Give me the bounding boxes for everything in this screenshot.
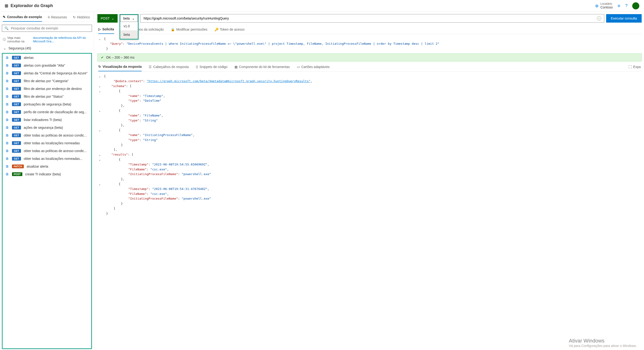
- query-item[interactable]: 🗎 GET obter todas as localizações nomead…: [2, 155, 91, 162]
- help-icon[interactable]: ?: [625, 3, 628, 8]
- query-item[interactable]: 🗎 POST create TI indicator (beta): [2, 170, 91, 178]
- chevron-down-icon: ⌄: [132, 17, 135, 20]
- method-badge: GET: [12, 56, 21, 60]
- request-tabs: ▷ Solicita ☰ Cabeçalhos da solicitação 🔒…: [98, 25, 642, 34]
- version-option-v1[interactable]: v1.0: [120, 22, 138, 30]
- method-badge: GET: [12, 95, 21, 98]
- query-item[interactable]: 🗎 GET ações de segurança (beta): [2, 124, 91, 131]
- document-icon: 🗎: [6, 157, 9, 161]
- tab-code-snippets[interactable]: ⟨⟩ Snippets de código: [196, 65, 228, 71]
- query-item[interactable]: 🗎 GET obter todas as políticas de acesso…: [2, 131, 91, 139]
- query-item[interactable]: 🗎 GET pontuações de segurança (beta): [2, 100, 91, 108]
- category-label: Segurança (45): [8, 46, 31, 50]
- search-icon: 🔍: [4, 26, 8, 30]
- method-label: POST: [101, 17, 110, 20]
- tenant-info[interactable]: ⊕ Locatário Contoso: [595, 2, 613, 10]
- toolkit-icon: ▦: [234, 65, 238, 69]
- document-icon: 🗎: [6, 133, 9, 137]
- tab-label: Modificar permissões: [176, 28, 207, 31]
- expand-button[interactable]: ⛶ Expa: [628, 65, 641, 71]
- query-item[interactable]: 🗎 GET filtro de alertas por "Categoria": [2, 77, 91, 85]
- search-input[interactable]: [11, 26, 90, 30]
- query-item[interactable]: 🗎 GET filtro de alertas por "Status": [2, 93, 91, 100]
- run-query-button[interactable]: Executar consulta: [606, 14, 642, 23]
- tab-response-preview[interactable]: ↻ Visualização da resposta: [98, 65, 142, 71]
- method-badge: PATCH: [12, 165, 24, 168]
- tab-access-token[interactable]: 🔑 Token de acesso: [214, 27, 244, 34]
- graph-logo-icon: ⊞: [5, 3, 8, 9]
- query-item[interactable]: 🗎 GET obter todas as localizações nomead…: [2, 139, 91, 147]
- query-item[interactable]: 🗎 GET perfis de controle de classificaçã…: [2, 108, 91, 116]
- document-icon: 🗎: [6, 56, 9, 60]
- query-label: alertas da "Central de Segurança do Azur…: [24, 71, 88, 75]
- json-value: "DeviceProcessEvents | where InitiatingP…: [126, 42, 439, 46]
- info-icon[interactable]: i: [597, 16, 601, 21]
- query-label: filtro de alertas por "Categoria": [24, 79, 68, 83]
- query-item[interactable]: 🗎 PATCH atualizar alerta: [2, 162, 91, 170]
- query-label: filtro de alertas por endereço de destin…: [24, 87, 82, 91]
- status-text: OK – 200 – 360 ms: [106, 56, 134, 59]
- status-bar: ✔ OK – 200 – 360 ms: [98, 54, 642, 62]
- tab-label: Componente do kit de ferramentas: [239, 65, 290, 69]
- search-input-wrap[interactable]: 🔍: [2, 25, 92, 32]
- chevron-down-icon: ⌄: [112, 17, 114, 20]
- method-badge: GET: [12, 141, 21, 145]
- settings-icon[interactable]: ⚙: [618, 4, 620, 8]
- tab-label: Cabeçalhos de resposta: [153, 65, 189, 69]
- method-badge: GET: [12, 71, 21, 75]
- method-select[interactable]: POST ⌄: [98, 14, 118, 23]
- user-avatar[interactable]: [632, 2, 639, 10]
- query-bar: POST ⌄ beta ⌄ v1.0 beta i Executar consu…: [98, 12, 642, 25]
- query-label: ações de segurança (beta): [24, 126, 63, 129]
- query-item[interactable]: 🗎 GET filtro de alertas por endereço de …: [2, 85, 91, 93]
- tab-adaptive-cards[interactable]: ▭ Cartões adaptáveis: [297, 65, 330, 71]
- tab-response-headers[interactable]: ☰ Cabeçalhos de resposta: [149, 65, 189, 71]
- page-title: ⊞ Explorador do Graph: [5, 3, 595, 9]
- fold-icon[interactable]: ⌄: [99, 37, 102, 42]
- method-badge: GET: [12, 79, 21, 83]
- tab-permissions[interactable]: 🔒 Modificar permissões: [171, 27, 207, 34]
- info-icon: ⓘ: [3, 38, 6, 42]
- tab-request-body[interactable]: ▷ Solicita: [98, 27, 114, 34]
- document-icon: 🗎: [6, 118, 9, 122]
- doc-prefix: Veja mais consultas na: [7, 36, 32, 43]
- app-header: ⊞ Explorador do Graph ⊕ Locatário Contos…: [0, 0, 644, 12]
- query-item[interactable]: 🗎 GET alertas: [2, 54, 91, 62]
- expand-icon: ⛶: [628, 65, 632, 69]
- code-icon: ⟨⟩: [196, 65, 198, 69]
- version-option-beta[interactable]: beta: [120, 30, 138, 39]
- query-item[interactable]: 🗎 GET alertas da "Central de Segurança d…: [2, 69, 91, 77]
- json-key: "Query": [110, 42, 123, 46]
- tab-history[interactable]: ↻ Histórico: [73, 15, 90, 22]
- document-icon: 🗎: [6, 94, 9, 98]
- version-label: beta: [123, 17, 130, 20]
- tenant-name: Contoso: [600, 6, 613, 10]
- response-body[interactable]: ⌄ { "@odata.context": "https://graph.mic…: [98, 72, 642, 350]
- version-select[interactable]: beta ⌄: [120, 15, 138, 22]
- doc-link[interactable]: documentação de referência da API do Mic…: [33, 36, 91, 43]
- document-icon: 🗎: [6, 110, 9, 114]
- query-item[interactable]: 🗎 GET listar indicadores TI (beta): [2, 116, 91, 124]
- check-icon: ✔: [101, 56, 104, 59]
- sidebar-tabs: ✎ Consultas de exemplo ⎘ Resources ↻ His…: [1, 12, 93, 22]
- query-label: alertas: [24, 56, 34, 60]
- query-label: obter todas as localizações nomeadas...: [24, 157, 82, 161]
- tab-toolkit[interactable]: ▦ Componente do kit de ferramentas: [234, 65, 290, 71]
- method-badge: GET: [12, 102, 21, 106]
- refresh-icon: ↻: [98, 65, 101, 69]
- query-item[interactable]: 🗎 GET alertas com gravidade "Alta": [2, 62, 91, 69]
- card-icon: ▭: [297, 65, 300, 69]
- url-input-wrap[interactable]: i: [140, 14, 604, 23]
- document-icon: 🗎: [6, 102, 9, 106]
- doc-link-row: ⓘ Veja mais consultas na documentação de…: [1, 35, 93, 45]
- tab-label: Histórico: [77, 15, 90, 19]
- request-body-editor[interactable]: ⌄ { "Query": "DeviceProcessEvents | wher…: [98, 34, 642, 54]
- tab-resources[interactable]: ⎘ Resources: [48, 15, 67, 22]
- tab-label: Visualização da resposta: [102, 65, 142, 69]
- title-text: Explorador do Graph: [10, 3, 53, 8]
- tab-sample-queries[interactable]: ✎ Consultas de exemplo: [3, 15, 42, 22]
- query-item[interactable]: 🗎 GET obter todas as políticas de acesso…: [2, 147, 91, 155]
- tab-label: Snippets de código: [200, 65, 228, 69]
- category-security[interactable]: ⌄ Segurança (45): [1, 45, 93, 52]
- url-input[interactable]: [144, 17, 597, 20]
